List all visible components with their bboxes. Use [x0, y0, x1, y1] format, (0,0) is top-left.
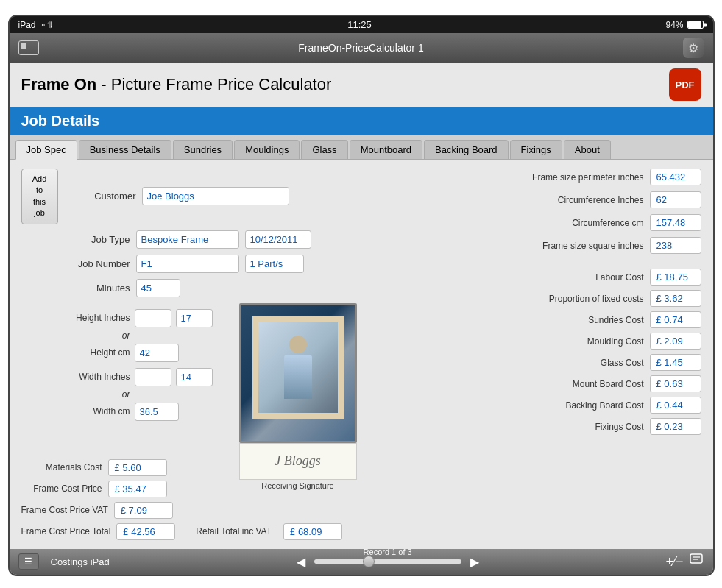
- signature-label: Receiving Signature: [239, 481, 357, 490]
- job-number-input[interactable]: [136, 255, 239, 273]
- glass-cost-label: Glass Cost: [601, 358, 644, 368]
- job-number-label: Job Number: [64, 258, 130, 269]
- frame-cost-value: £ 35.47: [108, 481, 167, 497]
- add-record-button[interactable]: +∕−: [665, 553, 683, 570]
- bottom-bar: ☰ Costings iPad ◀ Record 1 of 3 ▶ +∕−: [10, 549, 713, 575]
- frame-image: [239, 303, 357, 443]
- tab-sundries[interactable]: Sundries: [173, 140, 233, 159]
- fixed-cost-row: Proportion of fixed costs £ 3.62: [481, 290, 701, 307]
- tab-fixings[interactable]: Fixings: [510, 140, 562, 159]
- app-title-rest: - Picture Frame Price Calculator: [96, 75, 331, 93]
- frame-total-value: £ 42.56: [116, 523, 175, 540]
- glass-cost-value: £ 1.45: [650, 354, 701, 371]
- status-time: 11:25: [347, 19, 372, 30]
- square-inches-row: Frame size square inches 238: [481, 237, 701, 254]
- minutes-label: Minutes: [64, 283, 130, 294]
- bottom-actions: +∕−: [665, 553, 704, 570]
- labour-cost-value: £ 18.75: [650, 269, 701, 286]
- tab-business-details[interactable]: Business Details: [79, 140, 171, 159]
- width-inches-input[interactable]: [176, 368, 213, 386]
- height-cm-input[interactable]: [135, 344, 179, 362]
- content-area: Add to this job Customer document.curren…: [10, 160, 713, 549]
- backing-cost-row: Backing Board Cost £ 0.44: [481, 397, 701, 414]
- frame-vat-label: Frame Cost Price VAT: [21, 505, 108, 515]
- materials-cost-label: Materials Cost: [21, 462, 102, 472]
- labour-cost-row: Labour Cost £ 18.75: [481, 269, 701, 286]
- height-inches-label: Height Inches: [64, 313, 130, 323]
- job-date-input[interactable]: [245, 230, 311, 249]
- tab-backing-board[interactable]: Backing Board: [424, 140, 509, 159]
- width-or-label: or: [64, 389, 130, 400]
- settings-icon[interactable]: ⚙: [683, 38, 704, 58]
- add-to-job-button[interactable]: Add to this job: [21, 169, 58, 224]
- customer-input[interactable]: [142, 187, 289, 205]
- record-slider[interactable]: [314, 559, 461, 564]
- customer-label: Customer: [70, 191, 136, 202]
- tabs-bar: Job Spec Business Details Sundries Mould…: [10, 135, 713, 160]
- height-cm-row: Height cm: [64, 344, 213, 362]
- mount-cost-row: Mount Board Cost £ 0.63: [481, 375, 701, 392]
- job-number-row: Job Number: [64, 255, 481, 273]
- frame-vat-row: Frame Cost Price VAT £ 7.09: [21, 502, 481, 519]
- ipad-label: iPad: [18, 20, 36, 30]
- fixings-cost-label: Fixings Cost: [595, 422, 643, 432]
- retail-label: Retail Total inc VAT: [196, 526, 272, 536]
- section-title: Job Details: [21, 113, 701, 130]
- backing-cost-value: £ 0.44: [650, 397, 701, 414]
- job-parts-input[interactable]: [245, 255, 304, 273]
- width-inches-row: Width Inches: [64, 368, 213, 386]
- job-type-row: Job Type document.currentScript.previous…: [64, 230, 481, 249]
- bottom-list-label: Costings iPad: [51, 556, 110, 567]
- height-inches-row: Height Inches: [64, 309, 213, 327]
- job-type-label: Job Type: [64, 234, 130, 245]
- tab-job-spec[interactable]: Job Spec: [15, 140, 77, 160]
- square-inches-value: 238: [650, 237, 701, 254]
- tab-about[interactable]: About: [564, 140, 611, 159]
- record-text: Record 1 of 3: [364, 548, 412, 556]
- next-record-button[interactable]: ▶: [470, 555, 479, 569]
- frame-image-inner: [252, 316, 344, 419]
- dimensions-section: Height Inches or Height cm: [64, 303, 213, 450]
- materials-cost-value: £ 5.60: [108, 459, 167, 476]
- record-slider-track: [314, 559, 461, 564]
- pdf-icon[interactable]: PDF: [669, 68, 701, 101]
- tab-mountboard[interactable]: Mountboard: [350, 140, 422, 159]
- height-cm-label: Height cm: [64, 347, 130, 358]
- prev-record-button[interactable]: ◀: [297, 555, 305, 569]
- battery-fill: [688, 21, 701, 28]
- app-title: Frame On - Picture Frame Price Calculato…: [21, 75, 332, 94]
- width-inches-blank[interactable]: [135, 368, 171, 386]
- minutes-input[interactable]: [136, 279, 180, 297]
- app-bar: FrameOn-PriceCalculator 1 ⚙: [10, 33, 713, 63]
- signature-area: J Bloggs: [239, 443, 357, 480]
- mount-cost-value: £ 0.63: [650, 375, 701, 392]
- frame-total-label: Frame Cost Price Total: [21, 526, 111, 536]
- width-cm-input[interactable]: [135, 403, 179, 421]
- fixings-cost-value: £ 0.23: [650, 418, 701, 435]
- multitask-icon[interactable]: [18, 40, 39, 55]
- job-type-input[interactable]: [136, 230, 239, 249]
- sundries-cost-value: £ 0.74: [650, 311, 701, 328]
- figure-body: [284, 355, 312, 399]
- mount-cost-label: Mount Board Cost: [573, 379, 644, 389]
- search-button[interactable]: [690, 553, 704, 570]
- height-inches-input[interactable]: [176, 309, 213, 327]
- pdf-label: PDF: [676, 79, 695, 91]
- app-title-bold: Frame On: [21, 75, 97, 93]
- minutes-row: Minutes: [64, 279, 481, 297]
- device-frame: iPad ∘⥮ 11:25 94% FrameOn-PriceCalculato…: [8, 15, 715, 576]
- circumference-inches-row: Circumference Inches 62: [481, 191, 701, 208]
- sundries-cost-row: Sundries Cost £ 0.74: [481, 311, 701, 328]
- list-icon[interactable]: ☰: [18, 553, 39, 570]
- height-or-row: or: [64, 330, 213, 341]
- frame-image-container: J Bloggs Receiving Signature: [239, 303, 357, 450]
- tab-mouldings[interactable]: Mouldings: [234, 140, 300, 159]
- backing-cost-label: Backing Board Cost: [565, 400, 643, 411]
- tab-glass[interactable]: Glass: [301, 140, 347, 159]
- signature-text: J Bloggs: [275, 453, 321, 469]
- height-inches-blank[interactable]: [135, 309, 171, 327]
- status-bar: iPad ∘⥮ 11:25 94%: [10, 16, 713, 33]
- retail-value: £ 68.09: [283, 523, 342, 540]
- width-inches-label: Width Inches: [64, 372, 130, 382]
- fixings-cost-row: Fixings Cost £ 0.23: [481, 418, 701, 435]
